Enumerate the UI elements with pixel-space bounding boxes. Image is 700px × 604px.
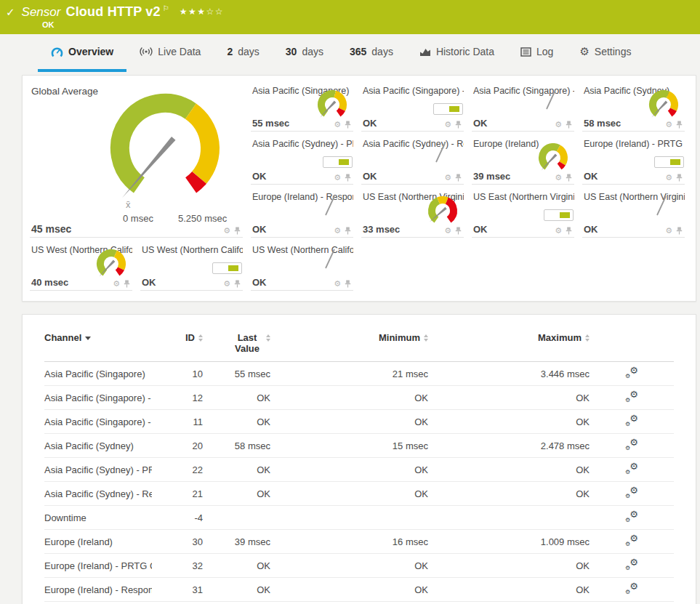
tab-number: 2 [227, 46, 233, 57]
gear-icon[interactable]: ⚙ [555, 227, 562, 235]
cell-actions: ⚙⚙ [625, 510, 638, 525]
pin-icon[interactable] [455, 227, 462, 235]
tab-historic-data[interactable]: Historic Data [406, 34, 507, 72]
tab-log[interactable]: Log [507, 34, 566, 72]
gear-icon[interactable]: ⚙ [334, 280, 341, 288]
object-kind-label: Sensor [22, 5, 61, 20]
pin-icon[interactable] [676, 121, 683, 129]
channel-panel[interactable]: US West (Northern California)...OK⚙ [251, 242, 353, 291]
edit-channel-icon[interactable]: ⚙⚙ [625, 390, 638, 403]
cell-id: 32 [152, 560, 203, 571]
channel-panel-value: OK [142, 277, 156, 288]
channel-table-row[interactable]: Asia Pacific (Singapore)1055 msec21 msec… [44, 362, 674, 386]
edit-channel-icon[interactable]: ⚙⚙ [625, 462, 638, 475]
pin-icon[interactable] [566, 121, 572, 129]
gear-icon[interactable]: ⚙ [444, 121, 451, 129]
cell-channel: Asia Pacific (Sydney) [44, 440, 152, 451]
pin-icon[interactable] [676, 227, 683, 235]
edit-channel-icon[interactable]: ⚙⚙ [625, 438, 638, 451]
sort-desc-icon[interactable] [85, 332, 91, 343]
pin-icon[interactable] [676, 174, 683, 182]
tab-30-days[interactable]: 30days [273, 34, 337, 72]
channel-panel[interactable]: Asia Pacific (Sydney) - PRTG ...OK⚙ [251, 136, 353, 185]
cell-minimum: OK [270, 392, 428, 403]
pin-icon[interactable] [345, 121, 351, 129]
pin-icon[interactable] [455, 121, 462, 129]
channel-table-row[interactable]: Asia Pacific (Sydney) - PR...22OKOKOK⚙⚙ [44, 458, 674, 482]
tab-label: days [238, 46, 260, 57]
gear-icon[interactable]: ⚙ [444, 227, 451, 235]
column-header-maximum[interactable]: Maximum [428, 332, 590, 343]
pin-icon[interactable] [566, 174, 572, 182]
channel-panel-title: US West (Northern California)... [140, 242, 243, 255]
cell-actions: ⚙⚙ [625, 366, 638, 381]
edit-channel-icon[interactable]: ⚙⚙ [625, 366, 638, 379]
channel-panel-value: OK [252, 224, 267, 235]
edit-channel-icon[interactable]: ⚙⚙ [625, 510, 638, 523]
edit-channel-icon[interactable]: ⚙⚙ [625, 582, 638, 595]
channel-table-row[interactable]: Asia Pacific (Singapore) - ...12OKOKOK⚙⚙ [44, 386, 674, 410]
edit-channel-icon[interactable]: ⚙⚙ [625, 534, 638, 547]
channel-panel[interactable]: Asia Pacific (Singapore)55 msec⚙ [251, 83, 353, 132]
channel-panel[interactable]: Europe (Ireland) - PRTG Cloud...OK⚙ [582, 136, 685, 185]
edit-channel-icon[interactable]: ⚙⚙ [625, 486, 638, 499]
column-header-minimum[interactable]: Minimum [270, 332, 428, 343]
gear-icon[interactable]: ⚙ [113, 280, 120, 288]
tab-365-days[interactable]: 365days [337, 34, 406, 72]
channel-table-row[interactable]: Asia Pacific (Sydney) - Re...21OKOKOK⚙⚙ [44, 482, 674, 506]
column-header-last-value[interactable]: Last Value [203, 332, 270, 354]
channel-panel[interactable]: US East (Northern Virginia)33 msec⚙ [361, 189, 464, 238]
gear-icon[interactable]: ⚙ [665, 121, 672, 129]
channel-panel[interactable]: Asia Pacific (Sydney)58 msec⚙ [582, 83, 685, 132]
pin-icon[interactable] [345, 227, 351, 235]
channel-panel[interactable]: US East (Northern Virginia) - ...OK⚙ [472, 189, 574, 238]
priority-stars[interactable]: ★★★☆☆ [180, 7, 224, 17]
channel-table-body: Asia Pacific (Singapore)1055 msec21 msec… [44, 362, 674, 602]
channel-table-row[interactable]: Europe (Ireland) - Respon...31OKOKOK⚙⚙ [44, 578, 674, 602]
gear-icon[interactable]: ⚙ [334, 227, 341, 235]
gear-icon[interactable]: ⚙ [444, 174, 451, 182]
gauge-scale-min: 0 msec [123, 213, 153, 224]
channel-table-row[interactable]: Asia Pacific (Sydney)2058 msec15 msec2.4… [44, 434, 674, 458]
panel-global-average[interactable]: Global Average x̄ 0 msec 5.250 msec 45 m… [30, 83, 243, 238]
channel-panel[interactable]: US East (Northern Virginia) - ...OK⚙ [582, 189, 685, 238]
tab-2-days[interactable]: 2days [214, 34, 272, 72]
channel-table-row[interactable]: Europe (Ireland) - PRTG Cl...32OKOKOK⚙⚙ [44, 554, 674, 578]
gear-icon[interactable]: ⚙ [334, 121, 341, 129]
channel-table-row[interactable]: Downtime-4⚙⚙ [44, 506, 674, 530]
channel-panel[interactable]: Europe (Ireland)39 msec⚙ [472, 136, 574, 185]
channel-panel[interactable]: Asia Pacific (Sydney) - Respo...OK⚙ [361, 136, 464, 185]
gear-icon[interactable]: ⚙ [555, 174, 562, 182]
tab-live-data[interactable]: Live Data [126, 34, 214, 72]
pin-icon[interactable] [455, 174, 462, 182]
pin-icon[interactable] [345, 280, 351, 288]
channel-panel[interactable]: Asia Pacific (Singapore) - Res...OK⚙ [472, 83, 574, 132]
channel-panel[interactable]: US West (Northern California)...OK⚙ [140, 242, 243, 291]
pin-icon[interactable] [345, 174, 351, 182]
edit-channel-icon[interactable]: ⚙⚙ [625, 558, 638, 571]
pin-icon[interactable] [566, 227, 572, 235]
edit-channel-icon[interactable]: ⚙⚙ [625, 414, 638, 427]
gear-icon[interactable]: ⚙ [223, 280, 230, 288]
pin-icon[interactable] [124, 280, 130, 288]
gear-icon[interactable]: ⚙ [665, 227, 672, 235]
channel-table-row[interactable]: Asia Pacific (Singapore) - ...11OKOKOK⚙⚙ [44, 410, 674, 434]
channel-panel[interactable]: Asia Pacific (Singapore) - PR...OK⚙ [361, 83, 464, 132]
channel-panel[interactable]: US West (Northern California)40 msec⚙ [30, 242, 132, 291]
tab-overview[interactable]: Overview [38, 34, 126, 72]
gear-icon[interactable]: ⚙ [223, 227, 230, 235]
ok-switch-widget [654, 156, 684, 168]
gear-icon[interactable]: ⚙ [334, 174, 341, 182]
tab-bar: OverviewLive Data2days30days365daysHisto… [0, 34, 700, 72]
pin-icon[interactable] [234, 227, 241, 235]
favorite-flag-icon[interactable]: ⚐ [163, 4, 169, 12]
tab-settings[interactable]: ⚙Settings [566, 34, 644, 72]
channel-table-row[interactable]: Europe (Ireland)3039 msec16 msec1.009 ms… [44, 530, 674, 554]
column-header-id[interactable]: ID [152, 332, 203, 343]
pin-icon[interactable] [234, 280, 241, 288]
sort-icon[interactable] [585, 332, 590, 343]
column-header-channel[interactable]: Channel [44, 332, 152, 343]
gear-icon[interactable]: ⚙ [665, 174, 672, 182]
gear-icon[interactable]: ⚙ [555, 121, 562, 129]
channel-panel[interactable]: Europe (Ireland) - Response C...OK⚙ [251, 189, 353, 238]
